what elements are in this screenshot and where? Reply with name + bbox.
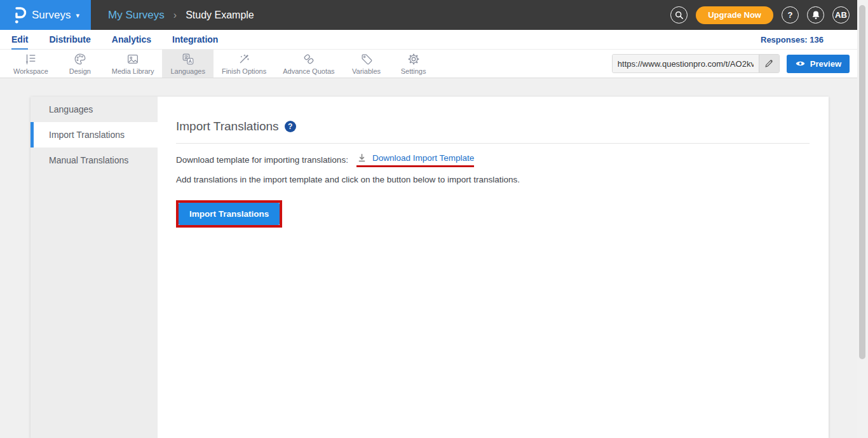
sidebar-item-manual-translations[interactable]: Manual Translations xyxy=(31,147,158,173)
tab-integration[interactable]: Integration xyxy=(172,30,218,50)
download-link-highlight: Download Import Template xyxy=(356,153,474,167)
toolbar-label: Media Library xyxy=(112,67,154,75)
chevron-down-icon: ▾ xyxy=(76,11,79,20)
page-title: Import Translations xyxy=(176,120,279,133)
toolbar-right: Preview xyxy=(612,50,868,78)
download-prompt: Download template for importing translat… xyxy=(176,155,348,165)
topbar-actions: Upgrade Now ? AB xyxy=(670,0,868,30)
section-help-icon[interactable]: ? xyxy=(285,121,296,132)
download-import-template-link[interactable]: Download Import Template xyxy=(372,153,474,163)
toolbar-label: Workspace xyxy=(13,67,48,75)
avatar[interactable]: AB xyxy=(832,6,850,24)
download-icon xyxy=(356,153,367,163)
translate-icon xyxy=(181,52,195,66)
toolbar-label: Finish Options xyxy=(222,67,266,75)
tab-distribute[interactable]: Distribute xyxy=(49,30,90,50)
page-scrollbar-track[interactable] xyxy=(857,0,868,438)
import-translations-panel: Import Translations ? Download template … xyxy=(158,97,829,438)
product-label: Surveys xyxy=(32,9,71,22)
tab-analytics[interactable]: Analytics xyxy=(112,30,151,50)
page-scrollbar-thumb[interactable] xyxy=(859,5,865,359)
languages-card: Languages Import Translations Manual Tra… xyxy=(31,97,829,438)
toolbar-item-design[interactable]: Design xyxy=(57,50,104,78)
divider xyxy=(176,143,810,144)
survey-url-input[interactable] xyxy=(613,55,759,72)
responses-count[interactable]: Responses: 136 xyxy=(761,35,868,44)
content-area: Languages Import Translations Manual Tra… xyxy=(0,78,868,438)
toolbar-label: Languages xyxy=(170,67,205,75)
wand-icon xyxy=(237,52,251,66)
title-row: Import Translations ? xyxy=(176,120,810,133)
survey-nav: Edit Distribute Analytics Integration Re… xyxy=(0,30,868,50)
gear-icon xyxy=(407,52,421,66)
search-icon xyxy=(675,11,684,20)
questionpro-logo-icon xyxy=(11,6,27,25)
upgrade-now-button[interactable]: Upgrade Now xyxy=(696,6,773,24)
toolbar-label: Advance Quotas xyxy=(283,67,334,75)
search-button[interactable] xyxy=(670,6,688,24)
sidebar-item-languages[interactable]: Languages xyxy=(31,97,158,122)
bell-icon xyxy=(811,10,820,20)
toolbar-item-media-library[interactable]: Media Library xyxy=(104,50,163,78)
breadcrumb-separator: › xyxy=(173,10,177,21)
image-icon xyxy=(126,52,140,66)
toolbar-label: Settings xyxy=(401,67,426,75)
chain-icon xyxy=(302,52,316,66)
help-button[interactable]: ? xyxy=(782,6,799,24)
download-template-row: Download template for importing translat… xyxy=(176,153,810,167)
toolbar-item-settings[interactable]: Settings xyxy=(390,50,437,78)
edit-toolbar: Workspace Design Media Library Languages xyxy=(0,50,868,78)
toolbar-label: Variables xyxy=(352,67,381,75)
workspace-icon xyxy=(24,52,37,66)
sidebar-item-import-translations[interactable]: Import Translations xyxy=(31,122,158,147)
product-switcher[interactable]: Surveys ▾ xyxy=(0,0,91,30)
preview-button[interactable]: Preview xyxy=(787,55,850,73)
breadcrumb-my-surveys[interactable]: My Surveys xyxy=(108,9,165,22)
tag-icon xyxy=(360,52,374,66)
toolbar-item-languages[interactable]: Languages xyxy=(162,50,213,78)
toolbar-item-variables[interactable]: Variables xyxy=(343,50,390,78)
preview-label: Preview xyxy=(810,59,841,69)
pencil-icon xyxy=(764,59,773,68)
palette-icon xyxy=(73,52,87,66)
toolbar-item-finish-options[interactable]: Finish Options xyxy=(214,50,275,78)
toolbar-item-advance-quotas[interactable]: Advance Quotas xyxy=(275,50,342,78)
breadcrumb-current: Study Example xyxy=(186,10,254,21)
import-translations-button[interactable]: Import Translations xyxy=(179,203,280,225)
breadcrumb: My Surveys › Study Example xyxy=(108,0,254,30)
languages-sidebar: Languages Import Translations Manual Tra… xyxy=(31,97,158,438)
tab-edit[interactable]: Edit xyxy=(11,30,28,50)
eye-icon xyxy=(795,60,806,67)
annotation-red-box: Import Translations xyxy=(176,200,282,228)
top-bar: Surveys ▾ My Surveys › Study Example Upg… xyxy=(0,0,868,30)
survey-url-box xyxy=(612,54,780,73)
toolbar-item-workspace[interactable]: Workspace xyxy=(5,50,57,78)
edit-url-button[interactable] xyxy=(759,54,779,73)
notifications-button[interactable] xyxy=(807,6,824,24)
instructions-text: Add translations in the import template … xyxy=(176,175,810,184)
toolbar-label: Design xyxy=(69,67,91,75)
